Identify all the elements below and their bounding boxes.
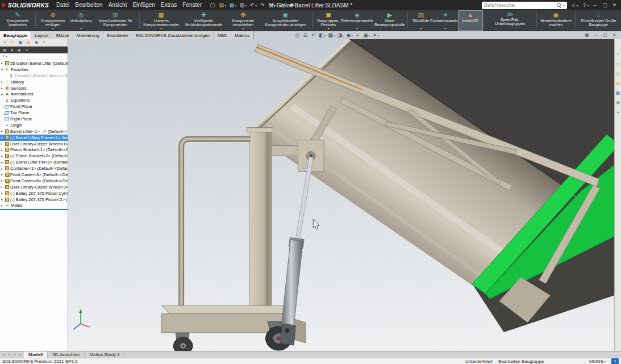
search-caret-icon[interactable]: ▾: [563, 3, 565, 7]
linear-pattern-button[interactable]: ▦Lineares Komponentenmuster▾: [141, 11, 181, 30]
mate-button[interactable]: ◎Verknüpfung▾: [69, 11, 93, 30]
home-icon[interactable]: ⌂: [615, 61, 621, 67]
tree-item-user-library-caster-wheel-1-d[interactable]: ▸User Library-Caster Wheel<1> (D: [0, 141, 68, 147]
tab-solidworks-zusatzanwendungen[interactable]: SOLIDWORKS Zusatzanwendungen: [132, 31, 214, 39]
viewport[interactable]: [68, 39, 614, 351]
expand-arrow-icon[interactable]: ▸: [1, 161, 5, 164]
tab-skizze[interactable]: Skizze: [52, 31, 73, 39]
tree-item-piston-bracket-1-default-de[interactable]: ▸Piston Bracket<1> (Default<<De: [0, 147, 68, 153]
menu-datei[interactable]: Datei: [53, 0, 72, 10]
tab-next-icon[interactable]: ›: [12, 352, 16, 357]
rollback-bar[interactable]: [0, 209, 68, 210]
zoom-area-button[interactable]: ⊡: [302, 32, 309, 39]
tree-item-front-caster-5-default-defa[interactable]: ▸Front Caster<5> (Default<<Defa: [0, 178, 68, 184]
doc-tab-3d-ansichten[interactable]: 3D-Ansichten: [48, 352, 85, 358]
edit-appearance-button[interactable]: ●: [354, 32, 361, 39]
tree-item-piston-bracket-2-default[interactable]: ▸(-) Piston Bracket<2> (Default<<: [0, 153, 68, 159]
units-selector[interactable]: MMGS ▾: [589, 359, 606, 364]
expand-arrow-icon[interactable]: ▸: [1, 179, 5, 182]
tree-item-sensors[interactable]: ▸◉Sensors: [0, 85, 68, 91]
menu-extras[interactable]: Extras: [158, 0, 180, 10]
zoom-fit-button[interactable]: ◎: [294, 32, 301, 39]
user-button[interactable]: ☺▾: [569, 1, 579, 10]
command-search-input[interactable]: Befehlssuche ▾: [482, 2, 567, 9]
show-hidden-button[interactable]: ◉Ausgeblendete Komponenten anzeigen: [261, 11, 311, 30]
web-help-icon[interactable]: ?: [611, 358, 619, 364]
expand-tabs-icon[interactable]: »: [41, 40, 48, 46]
tab-evaluieren[interactable]: Evaluieren: [103, 31, 132, 39]
tab-layout[interactable]: Layout: [31, 31, 52, 39]
undo-button[interactable]: ↶▾: [248, 1, 257, 10]
apply-scene-button[interactable]: ▣▾: [362, 32, 370, 39]
expand-arrow-icon[interactable]: ▸: [1, 198, 5, 201]
tree-item-origin[interactable]: +Origin: [0, 122, 68, 128]
new-button[interactable]: ▢: [208, 1, 216, 10]
menu-fenster[interactable]: Fenster: [180, 0, 205, 10]
view-settings-button[interactable]: ✦▾: [371, 32, 379, 39]
tab-baugruppe[interactable]: Baugruppe: [0, 31, 31, 39]
move-component-button[interactable]: ✥Komponente verschieben▾: [226, 11, 260, 30]
configurationmanager-tab-icon[interactable]: ▣: [17, 40, 24, 46]
tab-prev-icon[interactable]: ‹: [7, 352, 11, 357]
file-explorer-icon[interactable]: ▥: [615, 81, 621, 86]
tab-last-icon[interactable]: »: [18, 352, 22, 357]
display-style-button[interactable]: ◨▾: [336, 32, 344, 39]
expand-arrow-icon[interactable]: ▸: [1, 185, 5, 189]
expand-arrow-icon[interactable]: ▸: [1, 154, 5, 158]
tree-item-front-caster-3-default-defa[interactable]: ▸Front Caster<3> (Default<<Defa: [0, 171, 68, 178]
tree-display-icon[interactable]: ▤: [2, 47, 7, 53]
featuremanager-tab-icon[interactable]: ≡: [1, 40, 8, 46]
tree-item-history[interactable]: ▸◔History: [0, 79, 68, 85]
tree-item-barrel-lifter-pin-1-default[interactable]: ▸(-) Barrel Lifter Pin<1> (Default<: [0, 159, 68, 165]
expand-arrow-icon[interactable]: ▸: [1, 148, 5, 152]
minimize-window-button[interactable]: –: [591, 1, 599, 10]
tab-makros[interactable]: Makros: [231, 31, 253, 39]
viewport-3d-canvas[interactable]: [68, 39, 614, 351]
insert-components-button[interactable]: ⊕Komponenten einfügen▾: [37, 11, 69, 30]
custom-properties-icon[interactable]: ≡: [615, 110, 621, 115]
tree-filter-icon[interactable]: ▼: [9, 47, 15, 53]
edit-component-button[interactable]: ✎Komponente bearbeiten: [1, 11, 34, 30]
menu-einf-gen[interactable]: Einfügen: [130, 0, 157, 10]
expand-arrow-icon[interactable]: ▸: [1, 173, 5, 176]
tree-item-bailey-207-375-piston-2-de[interactable]: ▸(-) Bailey-207-375 Piston<2> (De: [0, 196, 68, 203]
assembly-features-button[interactable]: ▣Baugruppen-Features▾: [314, 11, 344, 30]
instant3d-button[interactable]: ▲Instant3D: [459, 11, 482, 30]
save-button[interactable]: ▦▾: [227, 1, 237, 10]
tree-item-55-gallon-barrel-lifter-default-disp[interactable]: ▸55 Gallon Barrel Lifter (Default<Disp: [0, 60, 68, 66]
expand-arrow-icon[interactable]: ▸: [1, 191, 5, 195]
tree-item-mates[interactable]: ▸∞Mates: [0, 202, 68, 208]
tree-options-icon[interactable]: ≡: [24, 47, 30, 53]
snapshot-button[interactable]: ◉Momentaufnahme machen: [538, 11, 574, 30]
appearances-icon[interactable]: ◉: [615, 100, 621, 106]
tree-item-top-plane[interactable]: Top Plane: [0, 110, 68, 116]
tree-item-barrel-lifter-1-default-d[interactable]: ▸Barrel Lifter<1> ->* (Default<<D: [0, 128, 68, 135]
previous-view-button[interactable]: ↶: [310, 32, 316, 39]
exploded-view-button[interactable]: ✶Explosionsansicht▾: [433, 11, 459, 30]
menu-bearbeiten[interactable]: Bearbeiten: [72, 0, 105, 10]
float-doc-button[interactable]: ▣: [584, 31, 590, 40]
tab-mbd[interactable]: MBD: [214, 31, 231, 39]
tree-item-annotations[interactable]: ▸AAnnotations: [0, 91, 68, 97]
open-button[interactable]: ▤▾: [217, 1, 227, 10]
doc-tab-motion-study-1[interactable]: Motion Study 1: [85, 352, 124, 358]
motion-study-button[interactable]: ▶Neue Bewegungsstudie: [373, 11, 406, 30]
restore-window-button[interactable]: ▢: [601, 1, 609, 10]
redo-button[interactable]: ↷: [258, 1, 266, 10]
section-view-button[interactable]: ◧▾: [318, 32, 326, 39]
minimize-doc-button[interactable]: –: [593, 31, 599, 40]
doc-tab-modell[interactable]: Modell: [24, 352, 48, 358]
view-palette-icon[interactable]: ▦: [615, 90, 621, 96]
help-button[interactable]: ?▾: [580, 1, 590, 10]
close-doc-button[interactable]: ✕: [611, 31, 618, 40]
expand-arrow-icon[interactable]: ▸: [1, 136, 5, 139]
dimxpert-tab-icon[interactable]: ◈: [25, 40, 32, 46]
tree-item-user-library-caster-wheel-3-d[interactable]: ▸User Library-Caster Wheel<3> (D: [0, 184, 68, 190]
component-preview-button[interactable]: ⊞Vorschaufenster für Komponenten: [93, 11, 138, 30]
tree-pin-icon[interactable]: ✚: [16, 47, 22, 53]
tree-item-barrel-lifting-frame-1-leicht[interactable]: ▸(-) Barrel Lifting Frame<1> (leicht: [0, 135, 68, 141]
displaymanager-tab-icon[interactable]: ◉: [33, 40, 40, 46]
menu-ansicht[interactable]: Ansicht: [106, 0, 130, 10]
maximize-doc-button[interactable]: ▢: [602, 31, 609, 40]
tree-item-bailey-207-375-piston-cylinde[interactable]: ▸(-) Bailey-207-375 Piston Cylinde: [0, 190, 68, 196]
